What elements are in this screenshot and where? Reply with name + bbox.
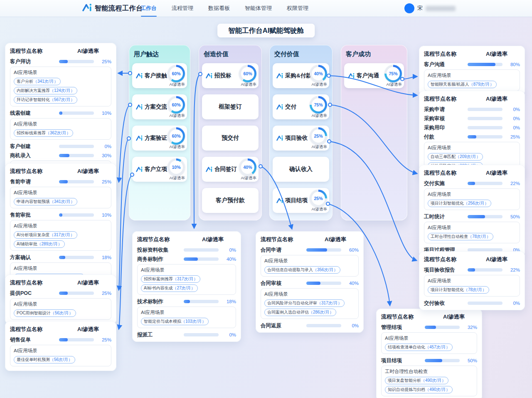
ai-scenario-chip[interactable]: AI标书内容生成27次/月 (141, 284, 198, 292)
chip-count: 103次/月 (181, 319, 206, 324)
ai-scenario-title: AI应用场景 (385, 335, 473, 341)
process-node[interactable]: 框架签订 (202, 94, 259, 119)
ai-logo-icon (206, 73, 213, 79)
process-node[interactable]: 项目验收25%AI渗透率 (273, 126, 329, 151)
chip-label: 最佳促单时机预测 (17, 357, 50, 362)
chip-label: 智能定价与成本模拟 (144, 319, 181, 324)
ai-scenario-title: AI应用场景 (14, 121, 108, 127)
chip-label: 招投标案例推荐 (144, 277, 173, 281)
penetration-pct: 0% (506, 107, 520, 112)
ai-scenario-chip[interactable]: 合同风险评分与自动化评审317次/月 (264, 299, 345, 307)
ai-scenario-chip[interactable]: 自动三单匹配209次/月 (428, 153, 483, 161)
ai-scenario-chip[interactable]: 知识自动提炼与归档490次/月 (385, 386, 453, 393)
process-node[interactable]: 预交付 (202, 126, 259, 151)
chip-count: 356次/月 (313, 267, 337, 272)
ai-scenario-chip[interactable]: 智能定价与成本模拟103次/月 (141, 318, 209, 325)
nav-item-1[interactable]: 流程管理 (172, 5, 193, 12)
process-node[interactable]: 客户预付款 (202, 188, 259, 213)
ai-scenario-chip[interactable]: 合同信息自动提取与录入356次/月 (264, 266, 340, 274)
process-row: 客户创建0% (10, 142, 111, 151)
penetration-bar (59, 145, 94, 148)
stage-title: 创造价值 (204, 50, 257, 58)
ai-scenario-box: AI应用场景智能聊天客服/机器人879次/月 (424, 69, 520, 91)
process-node-name: 售前审批 (10, 212, 56, 219)
process-node[interactable]: 客户沟通75%AI渗透率 (344, 63, 404, 88)
process-node[interactable]: 交付75%AI渗透率 (273, 94, 329, 119)
chip-label: 智能聊天客服/机器人 (431, 82, 469, 87)
nav-item-2[interactable]: 数据看板 (208, 5, 230, 12)
penetration-pct: 0% (222, 247, 236, 252)
ai-scenario-title: AI应用场景 (14, 301, 108, 307)
process-node[interactable]: 客户接触60%AI渗透率 (132, 63, 187, 88)
col-rate-header: AI渗透率 (77, 168, 99, 175)
ai-scenario-chip[interactable]: 拜访记录智能转化567次/月 (14, 96, 77, 104)
penetration-pct: 80% (506, 62, 520, 67)
ai-scenario-title: AI应用场景 (428, 72, 516, 79)
chip-count: 78次/月 (468, 234, 490, 239)
nav-item-0[interactable]: 工作台 (140, 5, 157, 12)
col-rate-header: AI渗透率 (77, 279, 99, 287)
penetration-donut: 60% (167, 65, 185, 82)
ai-scenario-chip[interactable]: 项目复盘智能分析490次/月 (385, 377, 448, 384)
ai-scenario-chip[interactable]: 招投标案例推荐317次/月 (141, 275, 200, 283)
process-detail-card-6: 流程节点名称AI渗透率管理结项32%AI应用场景结项检查清单自动化457次/月项… (376, 309, 482, 398)
process-node[interactable]: 客户立项10%AI渗透率 (132, 157, 187, 182)
penetration-bar (59, 111, 94, 115)
process-node[interactable]: 招投标60%AI渗透率 (202, 63, 259, 88)
ai-scenario-chip[interactable]: 结项检查清单自动化457次/月 (385, 344, 453, 351)
penetration-pct: 0% (345, 323, 359, 328)
penetration-pct: 25% (97, 59, 111, 64)
chip-count: 286次/月 (309, 310, 333, 314)
ai-scenario-chip[interactable]: 最佳促单时机预测56次/月 (14, 356, 75, 363)
process-node[interactable]: 方案验证60%AI渗透率 (132, 126, 187, 151)
process-node[interactable]: 方案交流60%AI渗透率 (132, 94, 187, 119)
ai-scenario-chip[interactable]: 申请内容智能预填341次/月 (14, 198, 77, 205)
ai-scenario-chip[interactable]: 智能聊天客服/机器人879次/月 (428, 81, 497, 88)
ai-logo-icon (348, 73, 355, 79)
process-node-name: 管理结项 (381, 324, 421, 331)
ai-scenario-chip[interactable]: 项目计划智能优化78次/月 (428, 286, 489, 294)
penetration-pct: 0% (506, 116, 520, 121)
chip-count: 567次/月 (50, 97, 74, 102)
penetration-bar (425, 359, 460, 362)
top-nav: 智能流程工作台 工作台流程管理数据看板智能体管理权限管理 宋 (0, 0, 532, 17)
ai-scenario-chip[interactable]: POC用例智能设计56次/月 (14, 309, 76, 317)
process-node[interactable]: 采购&付款40%AI渗透率 (273, 63, 329, 88)
ai-scenario-chip[interactable]: AI分析项目复杂度317次/月 (14, 231, 77, 239)
nav-item-3[interactable]: 智能体管理 (245, 5, 272, 12)
app-logo: 智能流程工作台 (82, 0, 143, 17)
ai-scenario-box: AI应用场景申请内容智能预填341次/月 (10, 187, 111, 208)
chip-count: 490次/月 (425, 387, 450, 392)
process-node[interactable]: 项目结项25%AI渗透率 (273, 188, 329, 213)
ai-scenario-box: AI应用场景合同信息自动提取与录入356次/月 (261, 255, 359, 277)
ai-scenario-chip[interactable]: AI辅助审批289次/月 (14, 240, 65, 248)
nav-item-4[interactable]: 权限管理 (287, 5, 308, 12)
chip-label: 工时合理性自动检查 (431, 234, 468, 239)
ai-scenario-chip[interactable]: 招投标线索推荐362次/月 (14, 129, 73, 137)
ai-scenario-chip[interactable]: 内部解决方案推荐124次/月 (14, 87, 77, 94)
donut-caption: AI渗透率 (170, 176, 185, 181)
process-row: 报派工0% (137, 330, 236, 339)
stage-title: 交付价值 (274, 50, 328, 58)
node-label: 客户接触 (145, 72, 167, 79)
chip-count: 879次/月 (469, 82, 494, 87)
node-label: 项目验收 (285, 134, 308, 142)
ai-logo-icon (276, 73, 283, 79)
ai-scenario-chip[interactable]: 项目计划智能优化256次/月 (428, 200, 491, 207)
avatar[interactable] (404, 3, 414, 13)
ai-scenario-chip[interactable]: 工时合理性自动检查78次/月 (428, 233, 493, 240)
penetration-donut: 40% (239, 158, 256, 176)
process-row: 交付实施22% (424, 179, 520, 188)
penetration-bar (468, 108, 502, 111)
col-rate-header: AI渗透率 (325, 236, 346, 243)
penetration-donut: 60% (167, 127, 185, 145)
process-node[interactable]: 合同签订40%AI渗透率 (202, 157, 259, 182)
donut-caption: AI渗透率 (387, 82, 402, 87)
process-row: 采购申请0% (424, 105, 520, 114)
process-node[interactable]: 确认收入 (273, 157, 329, 182)
penetration-pct: 0% (97, 144, 111, 149)
user-profile[interactable]: 宋 (404, 0, 456, 17)
ai-scenario-chip[interactable]: 客户分析341次/月 (14, 78, 61, 85)
ai-scenario-chip[interactable]: 合同案例入选自动评估286次/月 (264, 309, 336, 316)
process-detail-card-3: 流程节点名称AI渗透率销售促单25%AI应用场景最佳促单时机预测56次/月 (5, 321, 116, 371)
